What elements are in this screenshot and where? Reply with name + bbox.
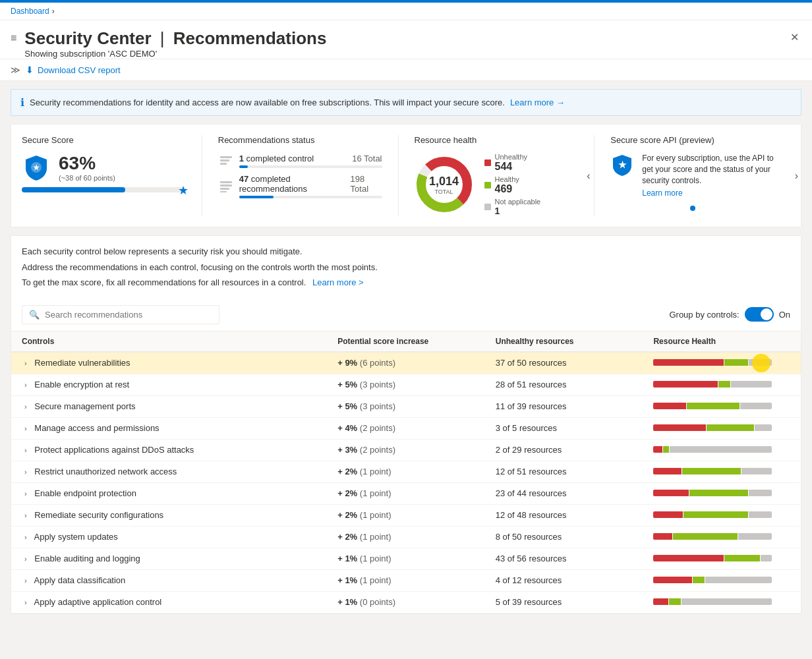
download-csv-button[interactable]: ⬇ Download CSV report xyxy=(26,65,121,75)
unhealthy-label: Unhealthy xyxy=(495,153,528,161)
expand-button[interactable]: › xyxy=(22,467,30,477)
bar-gray-segment xyxy=(749,511,772,518)
bar-red-segment xyxy=(653,403,685,409)
bar-red-segment xyxy=(653,511,683,518)
api-shield-icon: ★ xyxy=(610,153,634,177)
score-points: (1 point) xyxy=(360,575,392,585)
control-name-cell: › Remediate security configurations xyxy=(11,504,327,526)
search-input[interactable] xyxy=(45,310,212,320)
svg-rect-3 xyxy=(220,159,229,161)
health-bar xyxy=(653,598,772,605)
expand-button[interactable]: › xyxy=(22,358,30,368)
na-dot xyxy=(484,204,491,210)
control-name-cell: › Restrict unauthorized network access xyxy=(11,461,327,482)
unhealthy-resources: 23 of 44 resources xyxy=(496,488,567,498)
donut-total: 1,014 xyxy=(429,175,459,188)
api-description: For every subscription, use the API to g… xyxy=(642,153,774,186)
table-row: › Enable endpoint protection + 2% (1 poi… xyxy=(11,482,801,504)
header-left: ≡ Security Center | Recommendations Show… xyxy=(11,28,326,59)
resource-health-title: Resource health xyxy=(415,135,579,145)
group-by-toggle[interactable] xyxy=(745,307,774,322)
expand-button[interactable]: › xyxy=(22,445,30,455)
unhealthy-resources: 12 of 48 resources xyxy=(496,510,567,520)
table-row: › Manage access and permissions + 4% (2 … xyxy=(11,417,801,439)
table-learn-more-link[interactable]: Learn more > xyxy=(312,277,364,287)
unhealthy-legend: Unhealthy 544 xyxy=(484,153,541,173)
api-learn-more-link[interactable]: Learn more xyxy=(642,188,774,198)
score-increase: + 2% xyxy=(337,467,357,476)
search-box[interactable]: 🔍 xyxy=(22,305,219,324)
control-name: Enable endpoint protection xyxy=(34,488,136,498)
svg-rect-2 xyxy=(220,156,232,158)
recs-icon xyxy=(218,179,234,194)
desc2: Address the recommendations in each cont… xyxy=(22,261,790,274)
bar-red-segment xyxy=(653,381,718,387)
breadcrumb-separator: › xyxy=(52,7,55,16)
carousel-next-button[interactable]: › xyxy=(792,167,801,185)
breadcrumb: Dashboard › xyxy=(0,3,812,20)
bar-gray-segment xyxy=(738,533,772,540)
control-name: Remediate vulnerabilities xyxy=(34,358,130,368)
controls-icon xyxy=(218,153,234,169)
health-bar-cell xyxy=(643,461,801,482)
nav-arrows[interactable]: ≫ xyxy=(11,65,20,75)
health-bar-wrapper xyxy=(653,533,772,540)
expand-button[interactable]: › xyxy=(22,532,30,542)
bar-gray-segment xyxy=(670,446,772,453)
bar-gray-segment xyxy=(682,598,772,605)
health-bar xyxy=(653,533,772,540)
bar-red-segment xyxy=(653,577,691,583)
bar-red-segment xyxy=(653,424,706,431)
close-button[interactable]: ✕ xyxy=(788,28,801,46)
score-increase: + 2% xyxy=(337,532,357,542)
table-row: › Protect applications against DDoS atta… xyxy=(11,439,801,461)
table-header-area: Each security control below represents a… xyxy=(11,236,801,299)
bar-green-segment xyxy=(687,403,740,409)
healthy-legend: Healthy 469 xyxy=(484,175,541,195)
expand-button[interactable]: › xyxy=(22,510,30,521)
score-increase: + 2% xyxy=(337,510,357,520)
recs-counts: 47 completed recommendations 198 Total xyxy=(239,174,382,194)
recs-count: 47 completed recommendations xyxy=(239,174,351,194)
table-row: › Apply adaptive application control + 1… xyxy=(11,591,801,613)
expand-button[interactable]: › xyxy=(22,554,30,564)
carousel-prev-button[interactable]: ‹ xyxy=(584,167,593,185)
expand-button[interactable]: › xyxy=(22,488,30,499)
shield-icon: ★ xyxy=(22,153,51,182)
unhealthy-cell: 37 of 50 resources xyxy=(485,352,643,374)
control-name-cell: › Manage access and permissions xyxy=(11,417,327,439)
score-cell: + 1% (0 points) xyxy=(327,591,485,613)
svg-rect-6 xyxy=(220,185,232,186)
banner-learn-more-link[interactable]: Learn more → xyxy=(510,98,565,107)
control-name-cell: › Secure management ports xyxy=(11,395,327,417)
recs-progress-fill xyxy=(239,196,274,198)
expand-button[interactable]: › xyxy=(22,597,30,608)
bar-red-segment xyxy=(653,598,668,605)
expand-button[interactable]: › xyxy=(22,401,30,412)
health-bar xyxy=(653,555,772,561)
expand-button[interactable]: › xyxy=(22,423,30,434)
bar-green-segment xyxy=(682,468,741,474)
secure-score-content: ★ 63% (~38 of 60 points) xyxy=(22,153,186,182)
unhealthy-resources: 8 of 50 resources xyxy=(496,532,562,542)
resource-health-block: Resource health 1,014 TOTAL xyxy=(399,135,595,216)
svg-text:★: ★ xyxy=(618,159,627,170)
bar-gray-segment xyxy=(755,424,772,431)
donut-center: 1,014 TOTAL xyxy=(429,175,459,195)
bar-gray-segment xyxy=(705,577,772,583)
score-cell: + 1% (1 point) xyxy=(327,548,485,569)
health-bar-wrapper xyxy=(653,403,772,409)
expand-button[interactable]: › xyxy=(22,575,30,586)
header-menu-icon: ≡ xyxy=(11,32,16,44)
unhealthy-cell: 12 of 51 resources xyxy=(485,461,643,482)
bar-green-segment xyxy=(669,598,681,605)
breadcrumb-dashboard[interactable]: Dashboard xyxy=(11,7,49,16)
control-name: Secure management ports xyxy=(34,401,135,411)
control-name: Restrict unauthorized network access xyxy=(34,467,177,476)
banner-text: Security recommendations for identity an… xyxy=(30,98,505,107)
health-bar-wrapper xyxy=(653,468,772,474)
expand-button[interactable]: › xyxy=(22,380,30,390)
desc3-text: To get the max score, fix all recommenda… xyxy=(22,277,306,287)
toggle-state-label: On xyxy=(779,310,790,320)
score-increase: + 1% xyxy=(337,575,357,585)
